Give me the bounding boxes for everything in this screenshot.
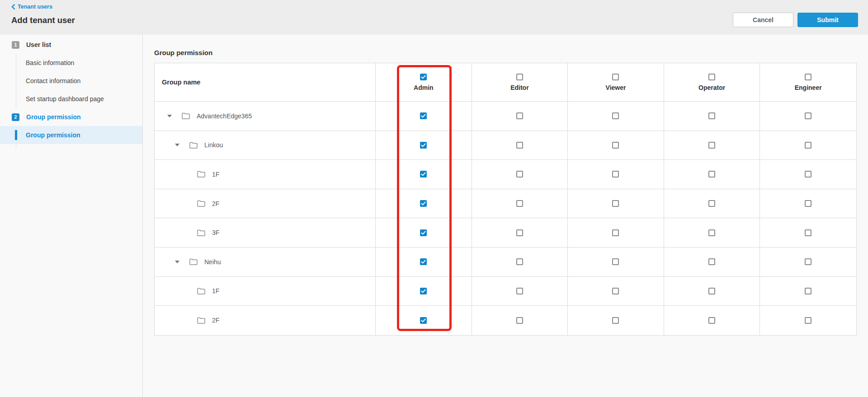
- viewer-permission-checkbox[interactable]: [612, 200, 619, 207]
- viewer-permission-checkbox[interactable]: [612, 171, 619, 177]
- sidebar-substep-group-permission[interactable]: Group permission: [0, 126, 142, 144]
- permission-cell: [568, 306, 664, 335]
- permission-cell: [664, 102, 760, 131]
- group-name-cell: AdvantechEdge365: [155, 102, 376, 131]
- operator-permission-checkbox[interactable]: [708, 258, 715, 265]
- group-name-cell: 1F: [155, 277, 376, 306]
- check-icon: [421, 260, 426, 264]
- editor-permission-checkbox[interactable]: [516, 171, 523, 177]
- sidebar-substep-basic-information[interactable]: Basic information: [0, 54, 142, 72]
- group-name-label: 2F: [212, 317, 219, 324]
- editor-permission-checkbox[interactable]: [516, 112, 523, 119]
- permission-cell: [568, 131, 664, 160]
- group-name-label: Linkou: [204, 141, 223, 149]
- operator-permission-checkbox[interactable]: [708, 171, 715, 177]
- permission-cell: [472, 277, 568, 306]
- operator-permission-checkbox[interactable]: [708, 317, 715, 324]
- select-all-checkbox-engineer[interactable]: [805, 74, 811, 80]
- permission-cell: [472, 218, 568, 248]
- cancel-button[interactable]: Cancel: [733, 13, 793, 27]
- group-name-column-header: Group name: [155, 63, 376, 102]
- admin-permission-checkbox[interactable]: [420, 112, 427, 119]
- permission-cell: [760, 248, 856, 277]
- admin-permission-checkbox[interactable]: [420, 258, 427, 265]
- viewer-permission-checkbox[interactable]: [612, 229, 619, 236]
- admin-permission-checkbox[interactable]: [420, 317, 427, 324]
- engineer-permission-checkbox[interactable]: [805, 142, 811, 149]
- admin-permission-checkbox[interactable]: [420, 229, 427, 236]
- operator-permission-checkbox[interactable]: [708, 288, 715, 294]
- select-all-checkbox-admin[interactable]: [420, 74, 427, 80]
- permission-cell: [760, 102, 856, 131]
- group-name-cell: 3F: [155, 218, 376, 248]
- sidebar-substep-set-startup-dashboard-page[interactable]: Set startup dashboard page: [0, 90, 142, 108]
- viewer-permission-checkbox[interactable]: [612, 288, 619, 294]
- engineer-permission-checkbox[interactable]: [805, 258, 811, 265]
- admin-permission-checkbox[interactable]: [420, 171, 427, 177]
- group-name-label: AdvantechEdge365: [197, 112, 252, 120]
- viewer-permission-checkbox[interactable]: [612, 112, 619, 119]
- permission-cell: [376, 277, 472, 306]
- viewer-permission-checkbox[interactable]: [612, 258, 619, 265]
- admin-permission-checkbox[interactable]: [420, 142, 427, 149]
- engineer-permission-checkbox[interactable]: [805, 288, 811, 294]
- permission-cell: [472, 131, 568, 160]
- step-number-badge: 1: [12, 41, 19, 49]
- editor-permission-checkbox[interactable]: [516, 288, 523, 294]
- permission-cell: [568, 277, 664, 306]
- select-all-checkbox-operator[interactable]: [708, 74, 715, 80]
- permission-column-header-viewer: Viewer: [568, 63, 664, 102]
- back-link[interactable]: Tenant users: [11, 4, 52, 10]
- caret-down-icon[interactable]: [167, 115, 172, 117]
- permission-cell: [664, 160, 760, 189]
- admin-permission-checkbox[interactable]: [420, 200, 427, 207]
- permission-cell: [760, 218, 856, 248]
- stepper-connector-line: [0, 144, 142, 149]
- content-area: 1 User list Basic information Contact in…: [0, 35, 868, 397]
- group-name-label: 1F: [212, 171, 219, 178]
- permission-cell: [472, 160, 568, 189]
- permission-cell: [664, 131, 760, 160]
- editor-permission-checkbox[interactable]: [516, 229, 523, 236]
- viewer-permission-checkbox[interactable]: [612, 317, 619, 324]
- editor-permission-checkbox[interactable]: [516, 200, 523, 207]
- permission-cell: [568, 160, 664, 189]
- sidebar-step-user-list[interactable]: 1 User list: [0, 36, 142, 54]
- engineer-permission-checkbox[interactable]: [805, 229, 811, 236]
- engineer-permission-checkbox[interactable]: [805, 112, 811, 119]
- editor-permission-checkbox[interactable]: [516, 142, 523, 149]
- engineer-permission-checkbox[interactable]: [805, 200, 811, 207]
- permission-cell: [376, 102, 472, 131]
- step-number-badge: 2: [12, 113, 19, 121]
- permission-cell: [760, 277, 856, 306]
- caret-down-icon[interactable]: [175, 144, 179, 146]
- editor-permission-checkbox[interactable]: [516, 258, 523, 265]
- operator-permission-checkbox[interactable]: [708, 112, 715, 119]
- check-icon: [421, 143, 426, 147]
- select-all-checkbox-editor[interactable]: [516, 74, 523, 80]
- section-title: Group permission: [154, 49, 858, 56]
- select-all-checkbox-viewer[interactable]: [612, 74, 619, 80]
- sidebar-substep-contact-information[interactable]: Contact information: [0, 72, 142, 90]
- engineer-permission-checkbox[interactable]: [805, 317, 811, 324]
- operator-permission-checkbox[interactable]: [708, 142, 715, 149]
- caret-down-icon[interactable]: [175, 261, 179, 263]
- submit-button[interactable]: Submit: [797, 13, 858, 27]
- viewer-permission-checkbox[interactable]: [612, 142, 619, 149]
- operator-permission-checkbox[interactable]: [708, 200, 715, 207]
- editor-permission-checkbox[interactable]: [516, 317, 523, 324]
- admin-permission-checkbox[interactable]: [420, 288, 427, 294]
- group-name-label: 3F: [212, 229, 219, 236]
- operator-permission-checkbox[interactable]: [708, 229, 715, 236]
- add-tenant-user-page: Tenant users Add tenant user Cancel Subm…: [0, 0, 868, 397]
- group-name-cell: Linkou: [155, 131, 376, 160]
- page-title: Add tenant user: [11, 15, 858, 25]
- engineer-permission-checkbox[interactable]: [805, 171, 811, 177]
- check-icon: [421, 289, 426, 293]
- substep-label: Set startup dashboard page: [26, 95, 104, 103]
- folder-icon: [197, 317, 205, 324]
- permission-column-label: Admin: [414, 84, 434, 91]
- sidebar-step-group-permission[interactable]: 2 Group permission: [0, 108, 142, 126]
- permission-cell: [760, 131, 856, 160]
- permission-cell: [760, 160, 856, 189]
